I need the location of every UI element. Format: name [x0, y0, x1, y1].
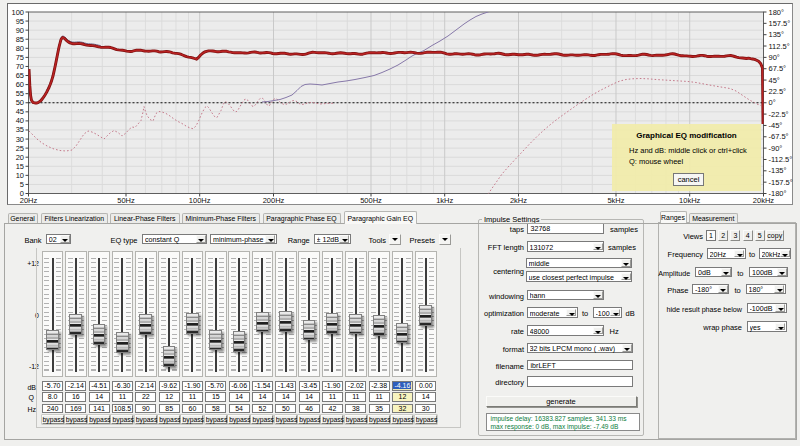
- svg-text:50: 50: [16, 98, 24, 107]
- svg-text:20: 20: [16, 153, 24, 162]
- svg-text:-67.5°: -67.5°: [769, 132, 789, 141]
- svg-text:70: 70: [16, 62, 24, 71]
- svg-text:95: 95: [16, 17, 24, 26]
- svg-text:112.5°: 112.5°: [769, 42, 790, 51]
- svg-text:90°: 90°: [769, 53, 780, 62]
- svg-text:40: 40: [16, 116, 24, 125]
- svg-text:30: 30: [16, 135, 24, 144]
- svg-text:25: 25: [16, 144, 24, 153]
- svg-text:20Hz: 20Hz: [20, 196, 38, 205]
- svg-text:-45°: -45°: [769, 121, 783, 130]
- svg-text:75: 75: [16, 53, 24, 62]
- svg-text:22.5°: 22.5°: [769, 87, 787, 96]
- svg-text:1kHz: 1kHz: [436, 196, 453, 205]
- svg-text:10: 10: [16, 171, 24, 180]
- svg-text:100: 100: [11, 8, 24, 17]
- svg-text:35: 35: [16, 125, 24, 134]
- svg-text:90: 90: [16, 26, 24, 35]
- svg-text:15: 15: [16, 162, 24, 171]
- svg-text:2kHz: 2kHz: [510, 196, 527, 205]
- svg-text:-135°: -135°: [769, 166, 787, 175]
- svg-text:200Hz: 200Hz: [263, 196, 285, 205]
- svg-text:60: 60: [16, 80, 24, 89]
- svg-text:180°: 180°: [769, 8, 785, 17]
- svg-text:5kHz: 5kHz: [607, 196, 624, 205]
- svg-text:5: 5: [20, 180, 24, 189]
- svg-text:500Hz: 500Hz: [360, 196, 382, 205]
- svg-text:50Hz: 50Hz: [117, 196, 135, 205]
- svg-text:-157.5°: -157.5°: [769, 178, 793, 187]
- svg-text:65: 65: [16, 71, 24, 80]
- svg-text:-112.5°: -112.5°: [769, 155, 793, 164]
- svg-text:67.5°: 67.5°: [769, 64, 787, 73]
- svg-text:-22.5°: -22.5°: [769, 110, 789, 119]
- svg-text:100Hz: 100Hz: [189, 196, 211, 205]
- svg-text:135°: 135°: [769, 30, 785, 39]
- svg-text:85: 85: [16, 35, 24, 44]
- svg-text:80: 80: [16, 44, 24, 53]
- svg-text:55: 55: [16, 89, 24, 98]
- svg-text:0°: 0°: [769, 98, 776, 107]
- svg-text:45°: 45°: [769, 76, 780, 85]
- svg-text:20kHz: 20kHz: [753, 196, 775, 205]
- svg-text:10kHz: 10kHz: [679, 196, 701, 205]
- svg-text:45: 45: [16, 107, 24, 116]
- svg-text:157.5°: 157.5°: [769, 19, 791, 28]
- svg-text:-90°: -90°: [769, 144, 783, 153]
